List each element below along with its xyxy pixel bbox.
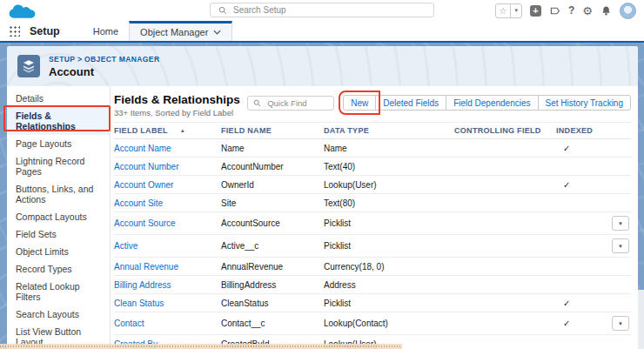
- field-label-link[interactable]: Account Name: [114, 144, 171, 153]
- data-type-cell: Picklist: [324, 299, 454, 308]
- table-row: Annual RevenueAnnualRevenueCurrency(18, …: [114, 258, 631, 276]
- sidebar-item-label: Details: [16, 93, 44, 104]
- column-header-indexed[interactable]: INDEXED: [556, 126, 605, 135]
- sidebar-item-fields-relationships[interactable]: Fields & Relationships: [7, 107, 110, 135]
- table-row: Created ByCreatedByIdLookup(User): [114, 335, 631, 349]
- row-actions-button[interactable]: ▼: [612, 316, 629, 331]
- field-name-cell: CleanStatus: [221, 299, 324, 308]
- data-type-cell: Text(80): [324, 198, 454, 208]
- sidebar-item-label: Object Limits: [16, 246, 69, 257]
- column-header-field-name[interactable]: FIELD NAME: [221, 126, 324, 135]
- salesforce-cloud-logo: [7, 3, 37, 19]
- sort-ascending-icon: ▲: [180, 128, 185, 133]
- sidebar-item-page-layouts[interactable]: Page Layouts: [7, 135, 110, 152]
- field-label-link[interactable]: Account Owner: [114, 180, 173, 190]
- field-label-link[interactable]: Clean Status: [114, 299, 164, 308]
- favorites-dropdown-icon[interactable]: ▾: [511, 7, 521, 14]
- chevron-down-icon: [213, 30, 221, 35]
- tab-home[interactable]: Home: [83, 21, 129, 41]
- new-button[interactable]: New: [343, 95, 376, 111]
- column-header-data-type[interactable]: DATA TYPE: [324, 126, 454, 135]
- field-label-link[interactable]: Account Source: [114, 218, 176, 228]
- sidebar-item-label: Buttons, Links, and Actions: [16, 184, 93, 205]
- global-actions-plus-icon[interactable]: +: [530, 5, 541, 17]
- tab-object-manager[interactable]: Object Manager: [129, 21, 232, 41]
- help-icon[interactable]: ?: [568, 4, 574, 17]
- field-label-link[interactable]: Billing Address: [114, 280, 171, 290]
- sidebar-item-compact-layouts[interactable]: Compact Layouts: [7, 208, 110, 225]
- indexed-cell: ✓: [556, 144, 605, 153]
- tab-object-manager-label: Object Manager: [140, 27, 208, 37]
- main-header: Fields & Relationships 33+ Items, Sorted…: [114, 93, 631, 117]
- sidebar-item-search-layouts[interactable]: Search Layouts: [7, 305, 110, 323]
- set-history-tracking-button[interactable]: Set History Tracking: [538, 95, 631, 111]
- field-name-cell: Site: [221, 198, 324, 208]
- sidebar-item-buttons-links-and-actions[interactable]: Buttons, Links, and Actions: [7, 180, 110, 208]
- guidance-center-icon[interactable]: [549, 5, 560, 17]
- data-type-cell: Lookup(Contact): [324, 319, 454, 328]
- breadcrumb[interactable]: SETUP > OBJECT MANAGER: [49, 55, 159, 64]
- table-row: Account OwnerOwnerIdLookup(User)✓: [114, 176, 631, 194]
- app-launcher-icon[interactable]: [9, 25, 20, 37]
- field-name-cell: AccountSource: [221, 218, 324, 228]
- deleted-fields-button[interactable]: Deleted Fields: [375, 95, 446, 111]
- sidebar-item-details[interactable]: Details: [7, 90, 110, 107]
- data-type-cell: Picklist: [324, 241, 454, 251]
- field-label-link[interactable]: Contact: [114, 319, 144, 328]
- field-label-link[interactable]: Created By: [114, 339, 158, 349]
- notifications-bell-icon[interactable]: [600, 5, 612, 17]
- data-type-cell: Name: [324, 144, 454, 153]
- sidebar-item-related-lookup-filters[interactable]: Related Lookup Filters: [7, 278, 110, 305]
- field-label-link[interactable]: Account Site: [114, 198, 163, 208]
- table-row: Billing AddressBillingAddressAddress: [114, 276, 631, 294]
- favorites-star-icon[interactable]: ☆: [496, 5, 511, 17]
- data-type-cell: Text(40): [324, 162, 454, 171]
- sidebar-item-label: List View Button Layout: [16, 326, 81, 347]
- field-name-cell: AnnualRevenue: [221, 262, 324, 272]
- indexed-check-icon: ✓: [563, 144, 570, 153]
- field-name-cell: OwnerId: [221, 180, 324, 190]
- data-type-cell: Address: [324, 280, 454, 290]
- sidebar-item-field-sets[interactable]: Field Sets: [7, 225, 110, 243]
- favorites-control: ☆ ▾: [495, 3, 522, 18]
- scrollbar-track[interactable]: [638, 290, 644, 349]
- data-type-cell: Picklist: [324, 218, 454, 228]
- sidebar-item-label: Record Types: [16, 264, 72, 274]
- sidebar-item-object-limits[interactable]: Object Limits: [7, 243, 110, 260]
- sidebar-item-list-view-button-layout[interactable]: List View Button Layout: [7, 323, 110, 349]
- global-search-input[interactable]: [233, 5, 433, 15]
- sidebar-item-label: Fields & Relationships: [16, 111, 76, 131]
- sidebar-item-lightning-record-pages[interactable]: Lightning Record Pages: [7, 152, 110, 180]
- app-name: Setup: [30, 25, 60, 37]
- table-row: Account NameNameName✓: [114, 139, 631, 158]
- indexed-cell: ✓: [556, 299, 605, 308]
- setup-gear-icon[interactable]: ⚙: [582, 5, 593, 17]
- field-name-cell: CreatedById: [221, 339, 324, 349]
- table-row: Clean StatusCleanStatusPicklist✓: [114, 294, 631, 312]
- column-header-controlling-field[interactable]: CONTROLLING FIELD: [454, 126, 556, 135]
- global-search-box: [210, 3, 434, 17]
- field-dependencies-button[interactable]: Field Dependencies: [446, 95, 538, 111]
- row-actions-button[interactable]: ▼: [612, 216, 629, 231]
- field-name-cell: Name: [221, 144, 324, 153]
- table-row: ActiveActive__cPicklist▼: [114, 235, 631, 258]
- column-header-label: CONTROLLING FIELD: [454, 126, 541, 135]
- row-actions-button[interactable]: ▼: [612, 238, 629, 253]
- data-type-cell: Lookup(User): [324, 339, 454, 349]
- sidebar-item-label: Field Sets: [16, 229, 57, 239]
- column-header-field-label[interactable]: FIELD LABEL▲: [114, 126, 221, 135]
- main-title-block: Fields & Relationships 33+ Items, Sorted…: [114, 93, 240, 117]
- sidebar-item-record-types[interactable]: Record Types: [7, 260, 110, 278]
- user-avatar[interactable]: [620, 3, 636, 19]
- search-icon: [253, 99, 261, 107]
- field-label-link[interactable]: Active: [114, 241, 138, 251]
- nav-bar: Setup Home Object Manager: [0, 21, 644, 43]
- field-label-link[interactable]: Account Number: [114, 162, 178, 171]
- global-header: ☆ ▾ + ? ⚙: [0, 0, 644, 22]
- quick-find-input[interactable]: [265, 97, 326, 109]
- table-row: Account SiteSiteText(80): [114, 194, 631, 212]
- section-subtitle: 33+ Items, Sorted by Field Label: [114, 108, 240, 117]
- indexed-cell: ✓: [556, 319, 605, 328]
- nav-tabs: Home Object Manager: [83, 21, 233, 41]
- field-label-link[interactable]: Annual Revenue: [114, 262, 178, 272]
